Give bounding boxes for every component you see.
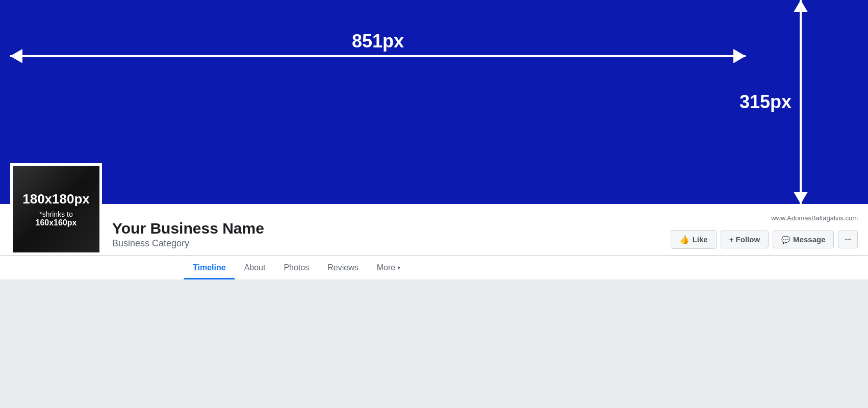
chevron-down-icon: ▾: [397, 264, 400, 271]
message-icon: 💬: [781, 236, 790, 244]
tab-timeline[interactable]: Timeline: [184, 256, 235, 279]
action-buttons-row: 👍 Like + Follow 💬 Message ···: [671, 230, 858, 249]
thumbs-up-icon: 👍: [679, 235, 690, 244]
follow-button[interactable]: + Follow: [721, 231, 769, 248]
profile-info: Your Business Name Business Category: [102, 214, 671, 255]
profile-pic-shrink-size: 160x160px: [36, 218, 77, 227]
content-area: [0, 279, 868, 356]
tab-reviews[interactable]: Reviews: [318, 256, 367, 279]
business-category: Business Category: [112, 238, 660, 249]
business-name: Your Business Name: [112, 220, 660, 237]
vertical-arrow: [800, 0, 802, 204]
like-button[interactable]: 👍 Like: [671, 230, 717, 249]
height-label: 315px: [739, 91, 792, 113]
tab-more[interactable]: More ▾: [368, 256, 410, 279]
profile-pic-size-label: 180x180px: [22, 191, 90, 207]
horizontal-arrow: [10, 55, 746, 57]
profile-pic-shrink-label: *shrinks to: [39, 210, 72, 218]
nav-tabs: Timeline About Photos Reviews More ▾: [0, 256, 868, 279]
cover-photo: 851px 315px: [0, 0, 868, 204]
message-button[interactable]: 💬 Message: [773, 231, 834, 248]
horizontal-measurement: 851px: [10, 31, 746, 57]
profile-section: 180x180px *shrinks to 160x160px Your Bus…: [0, 204, 868, 256]
profile-picture: 180x180px *shrinks to 160x160px: [10, 163, 102, 255]
profile-actions: www.AdomasBaltagalvis.com 👍 Like + Follo…: [671, 208, 868, 255]
website-link: www.AdomasBaltagalvis.com: [771, 214, 858, 222]
vertical-measurement: 315px: [739, 0, 802, 204]
more-options-button[interactable]: ···: [838, 231, 858, 248]
tab-photos[interactable]: Photos: [274, 256, 318, 279]
profile-picture-container: 180x180px *shrinks to 160x160px: [10, 163, 102, 255]
width-label: 851px: [352, 31, 404, 52]
tab-about[interactable]: About: [235, 256, 275, 279]
